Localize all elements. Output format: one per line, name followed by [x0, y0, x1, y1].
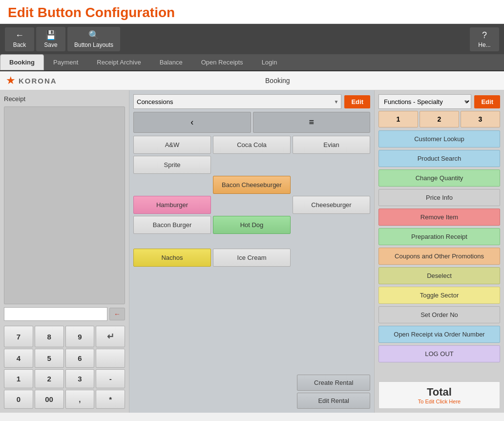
button-layouts-button[interactable]: 🔍 Button Layouts	[67, 27, 120, 51]
func-logout[interactable]: LOG OUT	[378, 345, 500, 362]
product-btn-cheeseburger[interactable]: Cheeseburger	[293, 196, 370, 214]
key-0[interactable]: 0	[4, 390, 33, 409]
func-change-quantity[interactable]: Change Quantity	[378, 169, 500, 187]
key-6[interactable]: 6	[65, 349, 95, 368]
product-btn-empty-6	[293, 216, 370, 234]
product-row: Sprite	[133, 156, 370, 174]
func-coupons[interactable]: Coupons and Other Promotions	[378, 248, 500, 265]
korona-flame-icon: ★	[6, 74, 16, 87]
page-tab-3[interactable]: 3	[461, 111, 500, 127]
product-btn-hot-dog[interactable]: Hot Dog	[213, 216, 291, 234]
key-5[interactable]: 5	[35, 349, 64, 368]
receipt-title: Receipt	[4, 94, 125, 104]
key-4[interactable]: 4	[4, 349, 33, 368]
back-button[interactable]: ← Back	[5, 27, 34, 51]
korona-bar: ★ KORONA Booking	[0, 71, 504, 90]
key-enter[interactable]: ↵	[96, 326, 125, 347]
page-tabs: 1 2 3	[378, 111, 500, 127]
page-tab-1[interactable]: 1	[378, 111, 418, 127]
product-btn-evian[interactable]: Evian	[293, 136, 370, 154]
product-nav: ‹ ≡	[133, 112, 370, 133]
toolbar: ← Back 💾 Save 🔍 Button Layouts ? He...	[0, 24, 504, 54]
product-btn-empty-8	[213, 236, 291, 247]
product-btn-empty-9	[293, 236, 370, 247]
product-btn-empty-10	[293, 249, 370, 267]
func-product-search[interactable]: Product Search	[378, 150, 500, 167]
func-remove-item[interactable]: Remove Item	[378, 209, 500, 226]
key-1[interactable]: 1	[4, 369, 33, 388]
key-7[interactable]: 7	[4, 326, 33, 347]
mid-header: Concessions ▼ Edit	[133, 94, 370, 109]
product-btn-empty-7	[133, 236, 211, 247]
tab-receipt-archive[interactable]: Receipt Archive	[87, 54, 150, 70]
product-row: Nachos Ice Cream	[133, 249, 370, 267]
product-btn-sprite[interactable]: Sprite	[133, 156, 211, 174]
key-star[interactable]: *	[96, 390, 125, 409]
key-comma[interactable]: ,	[65, 390, 95, 409]
page-tab-2[interactable]: 2	[420, 111, 459, 127]
right-edit-button[interactable]: Edit	[474, 95, 500, 108]
mid-edit-button[interactable]: Edit	[344, 95, 370, 108]
back-label: Back	[13, 42, 26, 48]
help-button[interactable]: ? He...	[470, 27, 499, 51]
product-btn-bacon-cheeseburger[interactable]: Bacon Cheeseburger	[213, 176, 291, 194]
footer-btn-empty-1	[133, 375, 213, 409]
func-set-order-no[interactable]: Set Order No	[378, 306, 500, 323]
product-btn-coca-cola[interactable]: Coca Cola	[213, 136, 291, 154]
nav-back-button[interactable]: ‹	[133, 112, 251, 133]
product-btn-ice-cream[interactable]: Ice Cream	[213, 249, 291, 267]
main-area: ★ KORONA Booking Receipt ← 7 8 9 ↵ 4 5 6	[0, 71, 504, 413]
panels: Receipt ← 7 8 9 ↵ 4 5 6 1 2 3 - 0 00	[0, 90, 504, 413]
func-deselect[interactable]: Deselect	[378, 267, 500, 284]
tab-login[interactable]: Login	[252, 54, 287, 70]
func-preparation-receipt[interactable]: Preparation Receipt	[378, 228, 500, 245]
product-btn-empty-1	[213, 156, 291, 174]
korona-brand: KORONA	[19, 77, 57, 85]
save-button[interactable]: 💾 Save	[36, 27, 65, 51]
total-sublabel[interactable]: To Edit Click Here	[383, 399, 496, 404]
help-icon: ?	[482, 30, 487, 41]
func-price-info[interactable]: Price Info	[378, 189, 500, 206]
receipt-area	[4, 106, 125, 304]
save-icon: 💾	[45, 30, 56, 41]
key-3[interactable]: 3	[65, 369, 95, 388]
func-toggle-sector[interactable]: Toggle Sector	[378, 287, 500, 304]
tabs-bar: Booking Payment Receipt Archive Balance …	[0, 54, 504, 71]
backspace-button[interactable]: ←	[109, 308, 125, 320]
key-9[interactable]: 9	[65, 326, 95, 347]
tab-open-receipts[interactable]: Open Receipts	[192, 54, 252, 70]
product-row: Hamburger Cheeseburger	[133, 196, 370, 214]
key-empty	[96, 349, 125, 368]
numpad-input[interactable]	[4, 307, 107, 321]
key-2[interactable]: 2	[35, 369, 64, 388]
back-icon: ←	[15, 30, 24, 41]
category-select[interactable]: Concessions	[133, 94, 341, 109]
tab-booking[interactable]: Booking	[0, 54, 44, 70]
tab-balance[interactable]: Balance	[150, 54, 192, 70]
page-title: Edit Button Configuration	[0, 0, 504, 24]
booking-label: Booking	[57, 77, 498, 84]
tab-payment[interactable]: Payment	[44, 54, 87, 70]
nav-menu-button[interactable]: ≡	[253, 112, 371, 133]
panel-right: Functions - Specialty ▼ Edit 1 2 3 Custo…	[375, 90, 504, 413]
func-customer-lookup[interactable]: Customer Lookup	[378, 130, 500, 147]
layouts-icon: 🔍	[88, 30, 99, 41]
create-rental-button[interactable]: Create Rental	[297, 375, 370, 391]
key-8[interactable]: 8	[35, 326, 64, 347]
category-select-wrapper: Concessions ▼	[133, 94, 341, 109]
functions-select[interactable]: Functions - Specialty	[378, 94, 471, 109]
panel-mid: Concessions ▼ Edit ‹ ≡ A&W Coca Cola Evi…	[129, 90, 375, 413]
button-layouts-label: Button Layouts	[74, 42, 113, 48]
key-minus[interactable]: -	[96, 369, 125, 388]
product-btn-aw[interactable]: A&W	[133, 136, 211, 154]
product-btn-empty-3	[133, 176, 211, 194]
edit-rental-button[interactable]: Edit Rental	[297, 393, 370, 409]
func-open-receipt-order[interactable]: Open Receipt via Order Number	[378, 326, 500, 343]
product-btn-empty-4	[293, 176, 370, 194]
product-btn-bacon-burger[interactable]: Bacon Burger	[133, 216, 211, 234]
product-btn-hamburger[interactable]: Hamburger	[133, 196, 211, 214]
product-row: Bacon Burger Hot Dog	[133, 216, 370, 234]
total-section: Total To Edit Click Here	[378, 381, 500, 409]
key-00[interactable]: 00	[35, 390, 64, 409]
product-btn-nachos[interactable]: Nachos	[133, 249, 211, 267]
